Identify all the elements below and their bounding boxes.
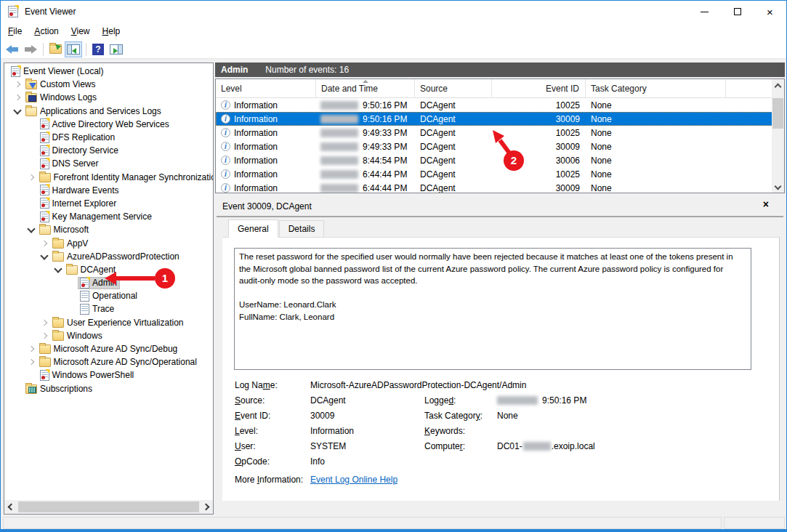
column-header-filler <box>726 79 772 97</box>
forward-button[interactable] <box>22 41 39 57</box>
redacted-date <box>320 184 358 193</box>
tree-horizontal-scrollbar[interactable] <box>4 500 213 514</box>
event-description[interactable]: The reset password for the specified use… <box>234 248 751 370</box>
chevron-down-icon[interactable] <box>12 105 24 117</box>
scroll-up-arrow[interactable] <box>772 79 784 91</box>
show-hide-console-tree-button[interactable] <box>65 41 82 57</box>
export-folder-icon <box>49 44 62 54</box>
event-row[interactable]: iInformation9:49:33 PMDCAgent10025None <box>216 126 784 140</box>
minimize-button[interactable] <box>688 1 721 23</box>
tree-item-label: AppV <box>67 238 88 249</box>
scroll-down-arrow[interactable] <box>772 181 784 193</box>
scroll-left-arrow[interactable] <box>4 500 17 514</box>
chevron-spacer <box>65 303 78 315</box>
tree-item-dfs-replication[interactable]: DFS Replication <box>4 131 213 144</box>
chevron-down-icon[interactable] <box>25 224 38 235</box>
chevron-right-icon[interactable] <box>12 78 24 90</box>
selected-event-row[interactable]: iInformation9:50:16 PMDCAgent30009None <box>216 112 784 126</box>
chevron-spacer <box>25 118 38 130</box>
event-log-online-help-link[interactable]: Event Log Online Help <box>310 475 397 485</box>
details-separator <box>217 216 783 217</box>
column-header-task-category[interactable]: Task Category <box>586 79 726 97</box>
chevron-right-icon[interactable] <box>25 343 38 355</box>
tree-item-windows[interactable]: Windows <box>4 329 213 342</box>
tree-item-dns-server[interactable]: DNS Server <box>4 157 213 170</box>
tree-item-microsoft[interactable]: Microsoft <box>4 223 213 236</box>
tree-item-internet-explorer[interactable]: Internet Explorer <box>4 197 213 210</box>
scroll-right-arrow[interactable] <box>201 500 213 514</box>
chevron-down-icon[interactable] <box>39 251 51 262</box>
chevron-right-icon[interactable] <box>39 238 51 249</box>
chevron-down-icon[interactable] <box>52 264 65 275</box>
tree-item-hardware-events[interactable]: Hardware Events <box>4 184 213 197</box>
tree-item-directory-service[interactable]: Directory Service <box>4 144 213 157</box>
event-row[interactable]: iInformation8:44:54 PMDCAgent30006None <box>216 153 784 167</box>
folder-open-icon <box>25 107 37 116</box>
tree-item-user-experience-virtualization[interactable]: User Experience Virtualization <box>4 316 213 329</box>
event-row[interactable]: iInformation6:44:44 PMDCAgent30009None <box>216 181 784 193</box>
export-button[interactable] <box>47 41 64 57</box>
menu-file[interactable]: File <box>8 26 22 36</box>
tree-item-azureadpasswordprotection[interactable]: AzureADPasswordProtection <box>4 250 213 263</box>
chevron-spacer <box>25 369 38 381</box>
event-row[interactable]: iInformation9:50:16 PMDCAgent10025None <box>216 98 784 112</box>
list-vertical-scrollbar[interactable] <box>772 79 784 193</box>
chevron-spacer <box>25 198 38 209</box>
tree-item-key-management-service[interactable]: Key Management Service <box>4 210 213 223</box>
window-title: Event Viewer <box>25 7 76 17</box>
tree-item-dcagent[interactable]: DCAgent <box>4 263 213 276</box>
event-properties-right: Logged:9:50:16 PMTask Category:NoneKeywo… <box>424 392 595 454</box>
column-header-date-and-time[interactable]: Date and Time <box>316 79 415 97</box>
tree-item-label: Event Viewer (Local) <box>23 66 104 76</box>
chevron-spacer <box>25 185 38 196</box>
chevron-right-icon[interactable] <box>39 317 51 329</box>
chevron-right-icon[interactable] <box>39 330 51 342</box>
tree-item-appv[interactable]: AppV <box>4 236 213 249</box>
help-button[interactable]: ? <box>89 41 107 57</box>
chevron-spacer <box>65 290 78 302</box>
tree-item-microsoft-azure-ad-sync-debug[interactable]: Microsoft Azure AD Sync/Debug <box>4 342 213 355</box>
close-button[interactable]: × <box>754 1 786 23</box>
tab-general[interactable]: General <box>228 219 278 238</box>
show-hide-action-pane-button[interactable] <box>108 41 125 57</box>
maximize-button[interactable] <box>721 1 754 23</box>
tree-item-windows-powershell[interactable]: Windows PowerShell <box>4 368 213 382</box>
tree-item-subscriptions[interactable]: Subscriptions <box>4 382 213 395</box>
menu-action[interactable]: Action <box>34 26 58 36</box>
chevron-right-icon[interactable] <box>25 172 38 183</box>
tab-details[interactable]: Details <box>279 220 325 238</box>
scroll-thumb[interactable] <box>772 98 783 129</box>
back-button[interactable] <box>4 41 21 57</box>
event-rows: iInformation9:50:16 PMDCAgent10025NoneiI… <box>216 98 784 193</box>
tree-item-trace[interactable]: Trace <box>4 302 213 315</box>
event-row[interactable]: iInformation6:44:44 PMDCAgent10025None <box>216 167 784 181</box>
column-header-source[interactable]: Source <box>415 79 492 97</box>
tree-item-label: Applications and Services Logs <box>40 106 161 116</box>
tree-item-operational[interactable]: Operational <box>4 289 213 302</box>
tree-item-windows-logs[interactable]: Windows Logs <box>4 91 213 104</box>
tree-item-custom-views[interactable]: Custom Views <box>4 78 213 91</box>
chevron-right-icon[interactable] <box>25 356 38 368</box>
event-row[interactable]: iInformation9:49:33 PMDCAgent30009None <box>216 140 784 153</box>
menu-view[interactable]: View <box>71 26 90 36</box>
tree-item-microsoft-azure-ad-sync-operational[interactable]: Microsoft Azure AD Sync/Operational <box>4 355 213 368</box>
information-icon: i <box>221 100 230 110</box>
tree-item-applications-and-services-logs[interactable]: Applications and Services Logs <box>4 105 213 118</box>
chevron-right-icon[interactable] <box>12 92 24 103</box>
log-icon <box>40 132 49 143</box>
scroll-thumb[interactable] <box>18 501 199 512</box>
menu-help[interactable]: Help <box>102 26 121 36</box>
folder-open-icon <box>39 225 51 235</box>
tree-item-label: Admin <box>92 278 117 288</box>
log-icon <box>40 145 49 156</box>
tree-item-admin[interactable]: Admin <box>4 276 213 289</box>
redacted-text <box>523 442 551 451</box>
tree-item-event-viewer-local[interactable]: Event Viewer (Local) <box>4 65 213 78</box>
sort-ascending-icon <box>363 80 368 83</box>
tree-item-forefront-identity-manager-synchronization[interactable]: Forefront Identity Manager Synchronizati… <box>4 171 213 184</box>
tree-item-label: Directory Service <box>52 145 118 156</box>
column-header-level[interactable]: Level <box>216 79 316 97</box>
details-close-icon[interactable]: × <box>763 199 769 209</box>
column-header-event-id[interactable]: Event ID <box>492 79 586 97</box>
tree-item-active-directory-web-services[interactable]: Active Directory Web Services <box>4 118 213 131</box>
